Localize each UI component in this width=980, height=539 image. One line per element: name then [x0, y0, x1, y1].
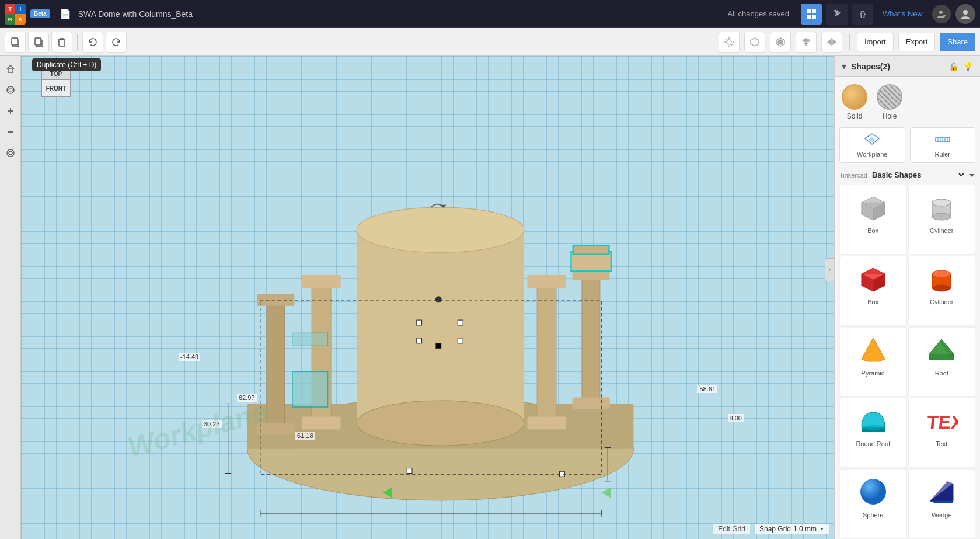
add-user-button[interactable] [932, 5, 951, 23]
duplicate-button[interactable] [28, 32, 49, 53]
shapes-light-button[interactable]: 💡 [963, 62, 973, 71]
3d-viewport[interactable]: TOP FRONT [21, 56, 834, 539]
svg-point-112 [862, 425, 885, 430]
svg-rect-3 [812, 15, 816, 19]
orbit-button[interactable] [2, 82, 19, 98]
light-tool-button[interactable] [719, 32, 740, 53]
save-status: All changes saved [728, 9, 790, 18]
zoom-out-button[interactable] [2, 124, 19, 140]
snap-grid-value: 1.0 mm [793, 525, 817, 533]
main-area: TOP FRONT [0, 56, 980, 539]
dimension-label-5: 30.23 [202, 420, 222, 428]
shape-name-text-red: Text [936, 440, 947, 447]
left-navigation [0, 56, 21, 539]
hole-label: Hole [883, 112, 897, 120]
home-view-button[interactable] [2, 61, 19, 77]
svg-rect-9 [12, 38, 18, 45]
shape-item-roof-green[interactable]: Roof [908, 327, 976, 397]
shape-thumb-cylinder-gray [924, 190, 959, 225]
document-title[interactable]: SWA Dome with Columns_Beta [78, 9, 193, 19]
shape-thumb-cylinder-orange [924, 261, 959, 296]
tools-button[interactable] [826, 4, 848, 25]
svg-marker-20 [751, 38, 759, 46]
top-navigation: T I N K Beta 📄 SWA Dome with Columns_Bet… [0, 0, 980, 28]
shapes-toggle-button[interactable]: ▾ [842, 61, 846, 72]
user-profile-button[interactable] [955, 4, 975, 24]
ruler-button-label: Ruler [935, 151, 950, 158]
snap-grid-label: Snap Grid [759, 525, 791, 533]
export-button[interactable]: Export [898, 33, 936, 51]
solid-hole-selector: Solid Hole [835, 77, 980, 127]
import-button[interactable]: Import [857, 33, 894, 51]
edit-grid-button[interactable]: Edit Grid [713, 524, 750, 534]
dimension-label-1: 62.97 [237, 394, 257, 402]
whats-new-button[interactable]: What's New [878, 7, 927, 20]
share-button[interactable]: Share [940, 33, 975, 51]
logo-n: N [5, 14, 15, 25]
svg-point-4 [939, 11, 943, 14]
code-button[interactable]: {} [852, 4, 873, 25]
shape-item-round-roof-teal[interactable]: Round Roof [839, 398, 907, 468]
svg-rect-50 [582, 275, 600, 404]
grid-view-button[interactable] [801, 4, 822, 25]
shape-item-sphere-blue[interactable]: Sphere [839, 469, 907, 539]
shape-thumb-text-red: TEXT [924, 403, 959, 438]
category-dropdown[interactable]: Basic Shapes [870, 170, 966, 180]
svg-rect-62 [407, 468, 412, 474]
undo-button[interactable] [82, 32, 103, 53]
shape-item-box-red[interactable]: Box [839, 256, 907, 326]
align-tool-button[interactable] [796, 32, 817, 53]
hole-icon [877, 84, 902, 110]
svg-rect-2 [807, 15, 811, 19]
workplane-button[interactable]: Workplane [839, 127, 905, 163]
shape-name-sphere-blue: Sphere [863, 512, 883, 519]
ruler-button[interactable]: Ruler [910, 127, 976, 163]
svg-rect-45 [527, 275, 566, 288]
right-panel: ▾ Shapes(2) 🔒 💡 Solid Hole [834, 56, 980, 539]
delete-button[interactable] [51, 32, 72, 53]
svg-marker-79 [869, 137, 876, 142]
shape-name-cylinder-gray: Cylinder [930, 227, 953, 234]
svg-point-92 [932, 199, 951, 206]
hole-option[interactable]: Hole [877, 84, 902, 120]
svg-rect-63 [560, 471, 565, 477]
category-prefix: Tinkercad [839, 172, 867, 179]
svg-point-7 [963, 10, 968, 15]
copy-button[interactable] [5, 32, 26, 53]
svg-point-39 [357, 207, 524, 252]
3d-scene[interactable] [21, 56, 834, 539]
shape-item-box-gray[interactable]: Box [839, 185, 907, 255]
shape-item-cylinder-orange[interactable]: Cylinder [908, 256, 976, 326]
solid-option[interactable]: Solid [842, 84, 867, 120]
svg-rect-59 [417, 338, 422, 343]
zoom-in-button[interactable] [2, 103, 19, 119]
shape-item-text-red[interactable]: TEXT Text [908, 398, 976, 468]
reset-view-button[interactable] [2, 145, 19, 161]
category-chevron-icon [968, 172, 975, 179]
mirror-tool-button[interactable] [821, 32, 842, 53]
snap-grid-control[interactable]: Snap Grid 1.0 mm [755, 524, 829, 534]
svg-line-18 [726, 39, 727, 40]
svg-marker-76 [601, 488, 611, 498]
redo-button[interactable] [106, 32, 127, 53]
shapes-panel-title: Shapes(2) [851, 62, 944, 71]
app-logo[interactable]: T I N K [5, 4, 26, 25]
shape-item-pyramid-yellow[interactable]: Pyramid [839, 327, 907, 397]
toolbar-right: Import Export Share [719, 32, 975, 53]
svg-rect-52 [573, 397, 610, 409]
svg-line-19 [731, 44, 733, 46]
shape-tool-button[interactable] [744, 32, 765, 53]
svg-marker-86 [969, 174, 974, 177]
svg-rect-46 [527, 416, 566, 429]
solid-label: Solid [847, 112, 863, 120]
shapes-lock-button[interactable]: 🔒 [948, 62, 958, 71]
shape-item-cylinder-gray[interactable]: Cylinder [908, 185, 976, 255]
svg-point-64 [435, 296, 442, 302]
panel-collapse-handle[interactable]: › [825, 258, 834, 281]
logo-i: I [15, 4, 26, 14]
dimension-label-3: 58.61 [697, 385, 717, 393]
document-icon: 📄 [60, 8, 71, 19]
svg-rect-43 [302, 416, 340, 429]
shape-tool2-button[interactable] [770, 32, 791, 53]
shape-item-wedge-navy[interactable]: Wedge [908, 469, 976, 539]
